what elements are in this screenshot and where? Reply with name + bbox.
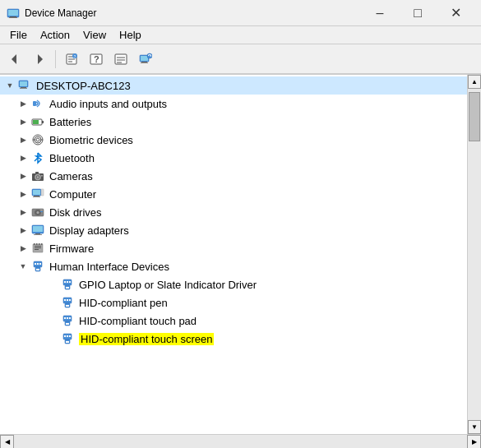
h-scrollbar-track[interactable] [14, 435, 467, 448]
svg-rect-63 [39, 243, 40, 245]
svg-rect-91 [64, 335, 66, 337]
properties-button[interactable]: ? [60, 48, 83, 71]
tree-item-hid[interactable]: ▼ Human Interface Devices [0, 257, 467, 275]
svg-point-50 [37, 211, 39, 214]
cameras-chevron: ▶ [16, 169, 30, 182]
svg-rect-79 [64, 299, 66, 301]
svg-rect-52 [40, 211, 43, 212]
svg-rect-93 [69, 335, 71, 337]
svg-rect-26 [21, 87, 26, 88]
help-button[interactable]: ? [85, 48, 108, 71]
svg-rect-44 [33, 190, 40, 195]
tree-item-bluetooth[interactable]: ▶ Bluetooth [0, 149, 467, 167]
scrollbar-thumb[interactable] [469, 92, 480, 141]
scrollbar-track[interactable] [468, 89, 481, 420]
svg-rect-45 [34, 196, 39, 196]
svg-rect-20 [141, 62, 147, 62]
hid-chevron: ▼ [16, 260, 30, 273]
svg-marker-4 [12, 54, 16, 64]
biometric-chevron: ▶ [16, 133, 30, 146]
audio-label: Audio inputs and outputs [49, 98, 167, 110]
update-driver-button[interactable] [109, 48, 132, 71]
maximize-button[interactable]: □ [399, 0, 437, 26]
tree-item-hid-touchscreen[interactable]: HID-compliant touch screen [0, 330, 467, 348]
hid-touchscreen-icon [59, 330, 76, 347]
tree-item-gpio[interactable]: GPIO Laptop or Slate Indicator Driver [0, 275, 467, 293]
tree-item-audio[interactable]: ▶ Audio inputs and outputs [0, 95, 467, 113]
display-chevron: ▶ [16, 224, 30, 237]
menu-view[interactable]: View [76, 27, 113, 43]
hid-icon [30, 258, 46, 275]
scroll-down-button[interactable]: ▼ [468, 420, 481, 434]
svg-rect-85 [64, 317, 66, 319]
vertical-scrollbar[interactable]: ▲ ▼ [467, 75, 481, 434]
hid-touchscreen-label: HID-compliant touch screen [79, 333, 214, 345]
camera-icon [30, 168, 46, 184]
minimize-button[interactable]: – [361, 0, 399, 26]
svg-rect-51 [40, 210, 43, 210]
svg-rect-73 [64, 281, 66, 283]
svg-rect-60 [35, 249, 39, 250]
svg-rect-59 [35, 247, 41, 248]
horizontal-scrollbar[interactable]: ◀ ▶ [0, 434, 481, 448]
computer-chevron: ▶ [16, 187, 30, 201]
menu-action[interactable]: Action [34, 27, 76, 43]
svg-rect-87 [69, 317, 71, 319]
tree-item-diskdrives[interactable]: ▶ Disk drives [0, 203, 467, 221]
scroll-left-button[interactable]: ◀ [0, 435, 14, 449]
scan-hardware-button[interactable] [134, 48, 157, 71]
tree-item-display[interactable]: ▶ Display adapters [0, 221, 467, 239]
diskdrives-label: Disk drives [49, 206, 102, 219]
diskdrives-chevron: ▶ [16, 206, 30, 219]
biometric-icon [30, 132, 46, 148]
tree-item-cameras[interactable]: ▶ Cameras [0, 167, 467, 185]
tree-item-hid-touchpad[interactable]: HID-compliant touch pad [0, 312, 467, 330]
svg-rect-67 [35, 263, 36, 265]
svg-rect-64 [41, 243, 43, 245]
svg-rect-62 [36, 243, 38, 245]
svg-rect-28 [33, 101, 36, 106]
firmware-icon [30, 240, 46, 256]
svg-rect-94 [66, 341, 69, 343]
root-label: DESKTOP-ABC123 [36, 80, 131, 92]
tree-root[interactable]: ▼ DESKTOP-ABC123 [0, 76, 467, 95]
tree-item-biometric[interactable]: ▶ Biometric devices [0, 131, 467, 149]
hid-label: Human Interface Devices [49, 261, 169, 273]
svg-rect-25 [20, 81, 27, 86]
svg-rect-81 [69, 299, 71, 301]
forward-button[interactable] [28, 48, 51, 71]
tree-item-hid-pen[interactable]: HID-compliant pen [0, 293, 467, 312]
back-button[interactable] [3, 48, 26, 71]
hid-pen-label: HID-compliant pen [79, 297, 168, 309]
svg-rect-86 [67, 317, 68, 319]
svg-rect-27 [20, 88, 27, 89]
tree-item-firmware[interactable]: ▶ Firmware [0, 239, 467, 257]
cameras-label: Cameras [49, 170, 93, 182]
root-chevron: ▼ [3, 79, 16, 92]
computer-tree-icon [30, 186, 46, 202]
menu-help[interactable]: Help [113, 27, 148, 43]
tree-item-computer[interactable]: ▶ Computer [0, 185, 467, 203]
display-label: Display adapters [49, 224, 129, 237]
svg-rect-76 [66, 287, 69, 289]
tree-item-batteries[interactable]: ▶ Batteries [0, 113, 467, 131]
scroll-up-button[interactable]: ▲ [468, 75, 481, 89]
menu-file[interactable]: File [3, 27, 34, 43]
close-button[interactable]: ✕ [437, 0, 474, 26]
svg-rect-56 [34, 234, 42, 235]
title-bar: Device Manager – □ ✕ [0, 0, 481, 26]
gpio-icon [59, 276, 76, 293]
svg-rect-19 [141, 56, 148, 61]
svg-rect-58 [35, 246, 41, 247]
scroll-right-button[interactable]: ▶ [467, 435, 481, 449]
window-controls: – □ ✕ [361, 0, 474, 26]
svg-rect-47 [41, 189, 44, 196]
svg-text:?: ? [94, 54, 99, 64]
computer-icon [16, 77, 33, 94]
batteries-label: Batteries [49, 116, 91, 128]
svg-rect-69 [39, 263, 41, 265]
svg-rect-30 [42, 121, 44, 123]
svg-rect-74 [67, 281, 68, 283]
svg-rect-41 [35, 172, 39, 173]
svg-point-34 [36, 138, 39, 141]
